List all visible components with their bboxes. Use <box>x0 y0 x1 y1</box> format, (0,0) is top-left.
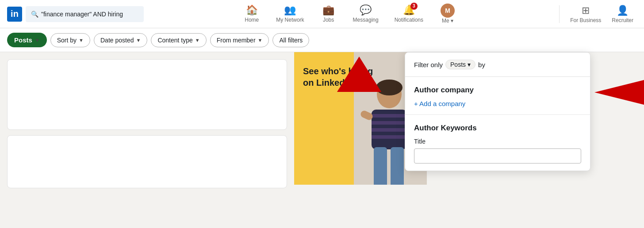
title-input[interactable] <box>414 148 581 163</box>
recruiter-icon: 👤 <box>617 5 629 16</box>
filter-header: Filter only Posts ▾ by <box>405 53 590 77</box>
filter-only-label: Filter only <box>414 61 443 68</box>
all-filters-button[interactable]: All filters <box>272 33 309 47</box>
content-type-label: Content type <box>157 37 192 44</box>
navbar: in 🔍 🏠 Home 👥 My Network 💼 Jobs 💬 Messag… <box>0 0 644 28</box>
nav-me-label: Me ▾ <box>442 18 453 24</box>
annotation-arrow-right <box>594 79 644 106</box>
jobs-icon: 💼 <box>322 4 334 16</box>
nav-item-me[interactable]: M Me ▾ <box>432 0 463 28</box>
filter-panel: Filter only Posts ▾ by Author company + … <box>405 52 590 171</box>
author-company-section: Author company + Add a company <box>405 77 590 115</box>
all-filters-label: All filters <box>279 37 303 44</box>
svg-rect-4 <box>372 121 407 125</box>
notifications-icon: 🔔 3 <box>403 4 415 16</box>
svg-rect-8 <box>391 147 404 185</box>
nav-item-my-network[interactable]: 👥 My Network <box>269 1 311 27</box>
messaging-icon: 💬 <box>360 4 372 16</box>
search-input[interactable] <box>41 11 138 18</box>
filter-by-label: by <box>478 61 485 68</box>
posts-panel <box>0 52 294 201</box>
sort-by-button[interactable]: Sort by ▼ <box>50 33 90 47</box>
content-type-chevron-icon: ▼ <box>195 38 200 43</box>
svg-rect-6 <box>372 135 407 139</box>
home-icon: 🏠 <box>246 4 258 16</box>
date-posted-button[interactable]: Date posted ▼ <box>94 33 147 47</box>
add-company-link[interactable]: + Add a company <box>414 100 581 107</box>
annotation-arrow-up <box>337 57 381 92</box>
from-member-button[interactable]: From member ▼ <box>210 33 269 47</box>
linkedin-logo[interactable]: in <box>7 7 22 22</box>
nav-item-messaging[interactable]: 💬 Messaging <box>346 1 386 27</box>
recruiter-label: Recruiter <box>612 17 633 23</box>
svg-rect-5 <box>372 128 407 132</box>
filter-posts-label: Posts <box>450 61 466 68</box>
from-member-label: From member <box>217 37 256 44</box>
sort-by-chevron-icon: ▼ <box>79 38 84 43</box>
posts-chevron-icon: ▼ <box>35 38 40 43</box>
post-card-1 <box>7 59 287 130</box>
search-bar: 🔍 <box>26 6 144 22</box>
main-content: See who's hiring on LinkedIn. <box>0 52 644 201</box>
nav-notifications-label: Notifications <box>395 17 423 23</box>
nav-network-label: My Network <box>276 17 304 23</box>
posts-button[interactable]: Posts ▼ <box>7 33 47 47</box>
from-member-chevron-icon: ▼ <box>258 38 263 43</box>
nav-item-home[interactable]: 🏠 Home <box>236 1 267 27</box>
author-keywords-section: Author Keywords Title <box>405 115 590 171</box>
my-network-icon: 👥 <box>284 4 296 16</box>
content-type-button[interactable]: Content type ▼ <box>151 33 206 47</box>
post-card-2 <box>7 135 287 188</box>
author-keywords-title: Author Keywords <box>414 124 581 133</box>
notification-badge: 3 <box>410 3 418 10</box>
for-business-label: For Business <box>570 17 601 23</box>
nav-home-label: Home <box>245 17 259 23</box>
search-toolbar: Posts ▼ Sort by ▼ Date posted ▼ Content … <box>0 28 644 52</box>
filter-posts-dropdown[interactable]: Posts ▾ <box>445 60 475 69</box>
nav-center: 🏠 Home 👥 My Network 💼 Jobs 💬 Messaging 🔔… <box>144 0 556 28</box>
nav-divider <box>559 5 560 23</box>
avatar: M <box>441 4 455 18</box>
posts-label: Posts <box>14 36 32 44</box>
svg-rect-7 <box>374 147 387 185</box>
nav-recruiter[interactable]: 👤 Recruiter <box>608 1 637 27</box>
nav-jobs-label: Jobs <box>323 17 334 23</box>
date-posted-chevron-icon: ▼ <box>136 38 141 43</box>
nav-for-business[interactable]: ⊞ For Business <box>567 1 605 27</box>
nav-messaging-label: Messaging <box>353 17 379 23</box>
svg-rect-3 <box>372 114 407 118</box>
grid-icon: ⊞ <box>582 5 590 16</box>
title-label: Title <box>414 138 581 145</box>
date-posted-label: Date posted <box>100 37 134 44</box>
nav-item-notifications[interactable]: 🔔 3 Notifications <box>387 1 430 27</box>
sort-by-label: Sort by <box>57 37 77 44</box>
author-company-title: Author company <box>414 86 581 95</box>
search-icon: 🔍 <box>31 11 38 18</box>
filter-posts-chevron: ▾ <box>468 61 471 68</box>
add-company-label: + Add a company <box>414 100 465 107</box>
nav-item-jobs[interactable]: 💼 Jobs <box>313 1 344 27</box>
nav-right: ⊞ For Business 👤 Recruiter <box>556 1 637 27</box>
